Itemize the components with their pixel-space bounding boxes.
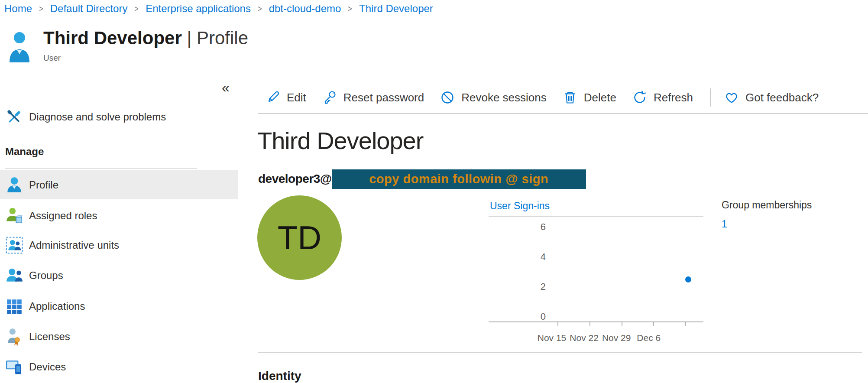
sidebar-item-label: Devices <box>29 361 66 373</box>
breadcrumb-separator-icon: > <box>135 4 139 14</box>
sidebar-item-label: Diagnose and solve problems <box>29 111 166 123</box>
sidebar-item-licenses[interactable]: Licenses <box>0 323 238 351</box>
toolbar-button-label: Refresh <box>654 91 693 104</box>
sidebar-item-label: Assigned roles <box>29 210 97 222</box>
trash-icon <box>562 90 584 105</box>
page-title: Third Developer | Profile <box>43 27 248 50</box>
sidebar-item-label: Profile <box>29 179 58 191</box>
devices-icon <box>5 358 23 376</box>
chart-y-tick-label: 6 <box>506 221 546 233</box>
user-icon <box>9 31 30 63</box>
page-title-divider: | <box>182 28 197 48</box>
chart-y-tick-label: 2 <box>506 281 546 292</box>
breadcrumb-link[interactable]: Enterprise applications <box>146 3 251 15</box>
sidebar-item-applications[interactable]: Applications <box>0 292 238 320</box>
sidebar-item-groups[interactable]: Groups <box>0 262 238 289</box>
breadcrumb-separator-icon: > <box>39 4 43 14</box>
toolbar-button-label: Revoke sessions <box>461 91 547 104</box>
section-divider <box>258 352 862 353</box>
breadcrumb-link[interactable]: Home <box>4 3 32 15</box>
sidebar-item-label: Licenses <box>29 331 70 343</box>
group-memberships-block: Group memberships 1 <box>722 199 812 230</box>
chart-title-underline <box>489 216 703 217</box>
chart-x-tick-mark <box>685 322 686 326</box>
user-principal-name-row: developer3@ copy domain followin @ sign <box>258 169 586 189</box>
diagnose-icon <box>5 108 23 126</box>
chart-data-point <box>685 276 691 282</box>
assigned-roles-icon <box>5 207 23 225</box>
block-icon <box>440 90 461 105</box>
toolbar-delete-button[interactable]: Delete <box>562 90 616 105</box>
sidebar-item-label: Groups <box>29 269 63 282</box>
page-title-section: Profile <box>197 28 248 48</box>
group-memberships-value-link[interactable]: 1 <box>722 218 812 230</box>
sidebar-section-manage: Manage <box>5 146 44 158</box>
avatar: TD <box>257 195 342 280</box>
sidebar-collapse-button[interactable]: « <box>222 81 230 94</box>
chart-x-tick-label: Nov 29 <box>602 333 631 343</box>
edit-icon <box>265 90 287 105</box>
object-type-label: User <box>43 53 248 63</box>
toolbar-reset-password-button[interactable]: Reset password <box>322 90 424 105</box>
breadcrumb-separator-icon: > <box>348 4 352 14</box>
licenses-icon <box>5 328 23 346</box>
heart-icon <box>724 90 745 105</box>
breadcrumb-link[interactable]: Third Developer <box>359 3 433 15</box>
user-sign-ins-chart: User Sign-ins 6420Nov 15Nov 22Nov 29Dec … <box>489 200 703 350</box>
groups-icon <box>5 266 23 285</box>
chart-y-tick-label: 0 <box>506 311 546 322</box>
breadcrumb-separator-icon: > <box>258 4 262 14</box>
refresh-icon <box>632 90 654 105</box>
toolbar-button-label: Reset password <box>343 91 424 104</box>
chart-x-tick-mark <box>653 322 654 326</box>
page-title-name: Third Developer <box>43 28 182 48</box>
chart-x-tick-mark <box>557 322 558 326</box>
chart-x-tick-label: Nov 15 <box>538 333 567 343</box>
page-header: Third Developer | Profile User <box>9 27 248 63</box>
group-memberships-label: Group memberships <box>722 199 812 211</box>
key-icon <box>322 90 343 105</box>
sidebar-section-divider <box>5 168 197 169</box>
applications-icon <box>5 297 23 315</box>
sidebar-item-label: Administrative units <box>29 239 119 251</box>
toolbar-button-label: Edit <box>287 91 306 104</box>
email-prefix: developer3@ <box>258 172 332 186</box>
toolbar-button-label: Delete <box>584 91 616 104</box>
toolbar-refresh-button[interactable]: Refresh <box>632 90 693 105</box>
identity-section-heading: Identity <box>258 369 301 383</box>
sidebar-item-profile[interactable]: Profile <box>0 170 238 199</box>
profile-icon <box>5 176 23 194</box>
chart-y-tick-label: 4 <box>506 251 546 263</box>
toolbar-got-feedback-button[interactable]: Got feedback? <box>724 90 819 105</box>
chart-x-tick-label: Dec 6 <box>637 333 661 343</box>
sidebar-item-assigned-roles[interactable]: Assigned roles <box>0 202 238 230</box>
sidebar-item-diagnose-and-solve-problems[interactable]: Diagnose and solve problems <box>0 103 238 131</box>
command-bar-divider <box>258 113 868 114</box>
domain-redaction-note: copy domain followin @ sign <box>332 169 586 189</box>
chart-x-tick-mark <box>589 322 590 326</box>
admin-units-icon <box>5 236 23 254</box>
toolbar-separator <box>710 88 711 107</box>
toolbar-revoke-sessions-button[interactable]: Revoke sessions <box>440 90 547 105</box>
toolbar-edit-button[interactable]: Edit <box>265 90 306 105</box>
breadcrumb: Home>Default Directory>Enterprise applic… <box>4 3 433 15</box>
chart-title-link[interactable]: User Sign-ins <box>490 200 550 212</box>
toolbar-button-label: Got feedback? <box>745 91 819 104</box>
sidebar-item-administrative-units[interactable]: Administrative units <box>0 231 238 259</box>
command-bar: EditReset passwordRevoke sessionsDeleteR… <box>265 86 834 109</box>
chart-x-tick-label: Nov 22 <box>570 333 599 343</box>
breadcrumb-link[interactable]: Default Directory <box>50 3 128 15</box>
chart-x-tick-mark <box>622 322 622 326</box>
user-display-name: Third Developer <box>257 127 423 155</box>
sidebar-item-devices[interactable]: Devices <box>0 353 238 381</box>
sidebar-item-label: Applications <box>29 300 85 312</box>
breadcrumb-link[interactable]: dbt-cloud-demo <box>269 3 341 15</box>
